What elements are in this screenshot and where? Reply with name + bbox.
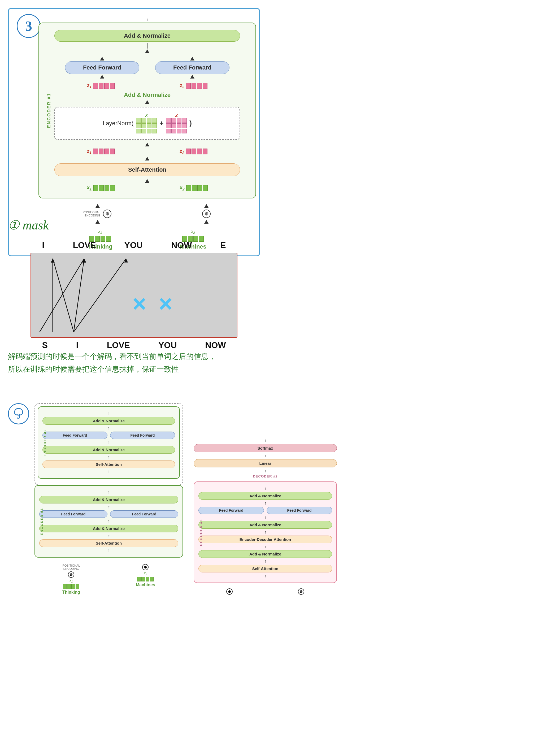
enc2-add-norm2: Add & Normalize <box>42 446 175 454</box>
top-arrow: ↑ <box>146 17 148 22</box>
z-matrix-label: Z <box>175 113 178 118</box>
enc2-self-att: Self-Attention <box>42 461 175 468</box>
z1-label-lower: z1 <box>87 148 92 155</box>
decoder-stack: ↑ Softmax ↑ Linear ↑ DECODER #2 DECODER … <box>194 438 337 595</box>
top-word-YOU: YOU <box>124 240 143 250</box>
pos-circle-enc-left: ⊕ <box>68 571 74 578</box>
attention-box: ✕ ✕ <box>31 253 237 338</box>
dec1-ff-left: Feed Forward <box>199 507 264 514</box>
top-words-row: I LOVE YOU NOW E <box>28 240 240 250</box>
arrow-up-lower <box>145 143 149 147</box>
enc2-ff-right: Feed Forward <box>110 432 175 439</box>
close-paren: ) <box>189 119 192 127</box>
arrow-up-x <box>145 179 149 183</box>
encoder2-outer: ENCODER #2 ↑ Add & Normalize ↑ Feed Forw… <box>35 403 183 485</box>
enc1-ff-left: Feed Forward <box>39 510 107 518</box>
z2-lower: z2 <box>180 148 207 155</box>
x-matrix-label: X <box>145 113 148 118</box>
add-normalize-middle: Add & Normalize <box>124 92 171 98</box>
z2-label-upper: z2 <box>180 83 184 89</box>
dec2-arrow-top: ↑ <box>194 438 337 443</box>
x3-enc-label: x3 <box>144 571 147 576</box>
section3-number: 3 <box>8 403 29 424</box>
machines-enc-label: Machines <box>136 582 155 587</box>
pos-enc-label-left: POSITIONALENCODING <box>62 564 80 570</box>
top-word-LOVE: LOVE <box>73 240 96 250</box>
thinking-enc-label: Thinking <box>62 590 80 595</box>
x1-green-blocks <box>93 185 115 191</box>
bot-word-LOVE: LOVE <box>107 340 130 350</box>
layernorm-row: LayerNorm( X + Z <box>103 113 192 133</box>
add-normalize-top: Add & Normalize <box>54 30 240 41</box>
svg-line-8 <box>40 258 84 332</box>
enc2-ff-row: Feed Forward Feed Forward <box>42 432 175 439</box>
dec1-arrow-top: ↑ <box>199 486 332 491</box>
chinese-line2: 所以在训练的时候需要把这个信息抹掉，保证一致性 <box>8 363 216 376</box>
dec1-arrow2: ↑ <box>199 515 332 520</box>
bot-word-YOU: YOU <box>158 340 177 350</box>
bottom-words-row: S I LOVE YOU NOW <box>28 340 240 350</box>
dec1-add-norm: Add & Normalize <box>199 492 332 500</box>
top-word-NOW: NOW <box>171 240 192 250</box>
dec-pos-left: ⊕ <box>226 588 233 595</box>
z1-lower: z1 <box>87 148 115 155</box>
pos-circle-dec-left: ⊕ <box>226 588 233 595</box>
green-outer-box: ENCODER #1 Add & Normalize Feed Forward … <box>39 22 256 199</box>
x1-label: x1 <box>87 185 92 191</box>
enc-dec-attention: Encoder-Decoder Attention <box>199 536 332 543</box>
feed-forward-left: Feed Forward <box>65 61 139 74</box>
svg-text:✕: ✕ <box>131 294 147 315</box>
enc1-arrow-top: ↑ <box>39 490 178 495</box>
thinking-blocks <box>63 584 79 589</box>
dec1-arrow4: ↑ <box>199 544 332 549</box>
svg-line-2 <box>74 258 84 332</box>
arrow-ff-left <box>100 57 104 61</box>
x-matrix <box>136 118 157 133</box>
x2-label: x2 <box>180 185 184 191</box>
svg-marker-7 <box>51 258 55 263</box>
section3-full-diagram: 3 ENCODER #2 ↑ Add & Normalize ↑ Feed Fo… <box>5 403 531 595</box>
z-indicators-upper: z1 z2 <box>54 83 240 89</box>
mask-label: ① mask <box>8 218 260 232</box>
decoder1-box: DECODER #1 ↑ Add & Normalize ↑ Feed Forw… <box>194 481 337 583</box>
z-matrix <box>166 118 187 133</box>
dec-pos-right: ⊕ <box>298 588 304 595</box>
enc-pos-left: POSITIONALENCODING ⊕ x1 Thinking <box>62 564 80 595</box>
z2-indicator: z2 <box>180 83 207 89</box>
bot-word-S: S <box>42 340 48 350</box>
machines-blocks <box>137 577 154 581</box>
plus-sign: + <box>159 119 163 127</box>
dec1-arrow1: ↑ <box>199 501 332 506</box>
arrow-ff-left2 <box>100 75 104 78</box>
bot-word-NOW: NOW <box>205 340 226 350</box>
z1-pink-blocks <box>93 83 115 89</box>
svg-text:✕: ✕ <box>158 294 173 315</box>
enc2-arrow1: ↑ <box>42 426 175 431</box>
enc1-arrow1: ↑ <box>39 504 178 509</box>
x1-enc-label: x1 <box>70 579 73 583</box>
enc1-arrow2: ↑ <box>39 519 178 524</box>
bot-word-I: I <box>76 340 79 350</box>
dec1-add-norm3: Add & Normalize <box>199 550 332 558</box>
enc1-ff-row: Feed Forward Feed Forward <box>39 510 178 518</box>
arrow-pos-left <box>95 204 100 208</box>
layernorm-text: LayerNorm( <box>103 120 133 127</box>
encoder1-label: ENCODER #1 <box>40 508 44 535</box>
arrow-ff-right <box>190 57 195 61</box>
enc1-add-norm2: Add & Normalize <box>39 525 178 532</box>
pos-label: POSITIONALENCODING <box>83 211 100 217</box>
dec2-arrow-linear: ↑ <box>194 453 337 458</box>
dec1-add-norm2: Add & Normalize <box>199 521 332 529</box>
z1-pink-lower <box>93 148 115 154</box>
x2-indicator: x2 <box>180 185 207 191</box>
arrow-up-mid <box>145 100 149 104</box>
arrow-ff-right2 <box>190 75 195 78</box>
enc-pos-row: POSITIONALENCODING ⊕ x1 Thinking ⊕ x3 <box>35 564 183 595</box>
layernorm-box: LayerNorm( X + Z <box>54 107 240 140</box>
enc1-arrow3: ↑ <box>39 533 178 538</box>
enc2-add-norm: Add & Normalize <box>42 417 175 425</box>
feed-forward-right: Feed Forward <box>155 61 229 74</box>
enc2-arrow-top: ↑ <box>42 411 175 416</box>
pos-circle-left: ⊕ <box>103 209 111 218</box>
encoder-diagram: ↑ ENCODER #1 Add & Normalize Feed Forwar… <box>40 17 254 250</box>
